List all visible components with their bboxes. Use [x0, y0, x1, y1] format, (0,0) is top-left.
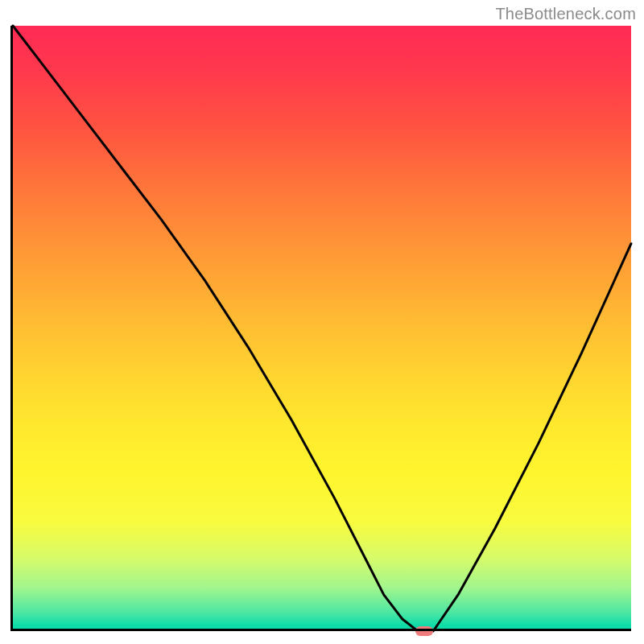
optimal-point-marker: [415, 626, 433, 636]
bottleneck-chart: TheBottleneck.com: [0, 0, 644, 644]
bottleneck-curve: [13, 26, 631, 631]
y-axis: [10, 26, 13, 631]
watermark-text: TheBottleneck.com: [495, 5, 636, 23]
x-axis: [13, 629, 631, 631]
